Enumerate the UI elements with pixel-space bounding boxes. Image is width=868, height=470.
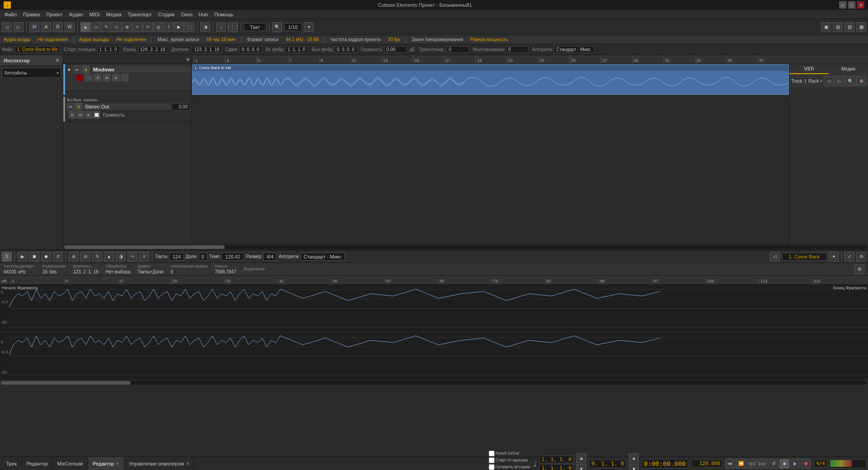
audio-out-label[interactable]: Аудио выходы bbox=[77, 37, 111, 42]
lower-zoom-in[interactable]: ⊕ bbox=[69, 252, 79, 262]
not-connected-1[interactable]: Не подключен bbox=[36, 37, 70, 42]
mode-w[interactable]: W bbox=[65, 22, 75, 32]
bus-mute-button[interactable]: M bbox=[67, 103, 74, 110]
track-mute-button[interactable]: M bbox=[73, 66, 80, 73]
media-tab[interactable]: Медиа bbox=[829, 64, 868, 74]
bus-w-btn[interactable]: W bbox=[77, 111, 84, 118]
lower-loop[interactable]: ↺ bbox=[53, 252, 63, 262]
lower-expand[interactable]: ⤢ bbox=[844, 252, 854, 262]
inspector-close[interactable]: ✕ bbox=[56, 58, 59, 63]
sub-value[interactable]: 0 bbox=[198, 253, 208, 261]
lower-scrollbar[interactable] bbox=[0, 380, 868, 385]
rp-search[interactable]: 🔍 bbox=[845, 76, 855, 86]
tool-color[interactable]: ⬛ bbox=[184, 22, 194, 32]
track-freeze-button[interactable]: ❄ bbox=[103, 74, 110, 81]
lower-next-clip[interactable]: ▾ bbox=[829, 252, 839, 262]
lower-tool-pencil[interactable]: ✎ bbox=[92, 252, 102, 262]
pos-display-2[interactable]: 1. 1. 1. 0 bbox=[539, 464, 574, 470]
tool-pencil[interactable]: ✎ bbox=[101, 22, 111, 32]
lower-waveform-area[interactable]: dB 1 9 17 25 33 41 49 57 65 73 81 89 97 … bbox=[0, 276, 868, 385]
loop[interactable]: ↺ bbox=[769, 459, 778, 469]
tool-split[interactable]: ✂ bbox=[143, 22, 153, 32]
mode-m[interactable]: M bbox=[29, 22, 39, 32]
mode-r[interactable]: R bbox=[53, 22, 63, 32]
lower-settings[interactable]: ⚙ bbox=[856, 252, 866, 262]
menu-studio[interactable]: Студия bbox=[155, 11, 177, 18]
lower-prev-clip[interactable]: ◁ bbox=[770, 252, 780, 262]
metronome-button[interactable]: ♩ bbox=[216, 22, 226, 32]
tool-bend[interactable]: ⌇ bbox=[164, 22, 174, 32]
rp-next[interactable]: ▷ bbox=[835, 76, 844, 86]
quantize-display[interactable]: 1/16 bbox=[284, 23, 302, 31]
menu-edit[interactable]: Правка bbox=[20, 11, 42, 18]
shift-value[interactable]: 0. 0. 0. 0 bbox=[240, 46, 262, 53]
bt-up2[interactable]: ▲ bbox=[629, 453, 639, 463]
track-record-button[interactable] bbox=[76, 74, 83, 81]
track-name-mixdown[interactable]: Mixdown bbox=[91, 66, 190, 73]
close-editor-tab[interactable]: ✕ bbox=[116, 461, 119, 466]
track-scrollbar[interactable] bbox=[63, 244, 868, 249]
volume-value[interactable]: 0.00 bbox=[384, 46, 407, 53]
file-value[interactable]: 1. Come Back to Me bbox=[15, 46, 61, 53]
algo-value[interactable]: Стандарт - Микс bbox=[554, 46, 594, 53]
menu-midi[interactable]: MIDI bbox=[86, 11, 102, 18]
bt-down[interactable]: ▼ bbox=[576, 464, 586, 470]
length-value[interactable]: 123. 2. 1. 18 bbox=[192, 46, 222, 53]
track-w2[interactable]: ⬛ bbox=[121, 74, 128, 81]
tool-zoom[interactable]: ⊕ bbox=[122, 22, 132, 32]
stereo-out-volume[interactable]: 0.00 bbox=[172, 103, 190, 110]
lower-tool-select[interactable]: ▲ bbox=[104, 252, 114, 262]
end-value[interactable]: 124. 3. 2. 18 bbox=[138, 46, 168, 53]
go-back[interactable]: ⏪ bbox=[736, 459, 746, 469]
audio-clip[interactable]: 1. Come Back to Me bbox=[192, 64, 789, 95]
rewind[interactable]: ◁◁ bbox=[747, 459, 757, 469]
track-content-area[interactable]: 1. Come Back to Me bbox=[192, 64, 789, 244]
lower-record[interactable]: ⏺ bbox=[41, 252, 51, 262]
tool-mute[interactable]: × bbox=[132, 22, 142, 32]
tool-glue[interactable]: ◎ bbox=[153, 22, 163, 32]
menu-project[interactable]: Проект bbox=[43, 11, 65, 18]
rp-prev[interactable]: ◁ bbox=[824, 76, 834, 86]
not-connected-2[interactable]: Не подключен bbox=[114, 37, 148, 42]
track-fold-button[interactable]: ▼ bbox=[67, 67, 71, 72]
vsti-tab[interactable]: VSTi bbox=[789, 64, 829, 74]
tab-editor-2[interactable]: Редактор ✕ bbox=[88, 457, 124, 470]
tool-range[interactable]: ▭ bbox=[91, 22, 101, 32]
fast-forward[interactable]: ▷▷ bbox=[758, 459, 768, 469]
lower-stop[interactable]: ⏹ bbox=[29, 252, 39, 262]
lower-play[interactable]: ▶ bbox=[18, 252, 28, 262]
in-value[interactable]: 1. 1. 1. 0 bbox=[285, 46, 308, 53]
lower-channel-1[interactable] bbox=[0, 285, 868, 332]
close-button[interactable]: ✕ bbox=[857, 1, 864, 9]
pos-display-3[interactable]: 9. 1. 1. 0 bbox=[589, 460, 626, 468]
track-solo-button[interactable]: S bbox=[82, 66, 90, 73]
monitor-button[interactable]: ◑ bbox=[200, 22, 210, 32]
menu-file[interactable]: Файл bbox=[2, 11, 19, 18]
lower-clip-name[interactable]: 1. Come Back bbox=[782, 253, 827, 261]
lower-cut[interactable]: ✂ bbox=[127, 252, 137, 262]
tool-play[interactable]: ▶ bbox=[174, 22, 184, 32]
play[interactable]: ▶ bbox=[790, 459, 800, 469]
bt-up[interactable]: ▲ bbox=[576, 453, 586, 463]
bt-down2[interactable]: ▼ bbox=[629, 464, 639, 470]
size-value[interactable]: 4/4 bbox=[263, 253, 277, 261]
bus-link-btn[interactable]: ⬜ bbox=[93, 111, 100, 118]
search-button[interactable]: 🔍 bbox=[272, 22, 282, 32]
track-loop-button[interactable]: ↺ bbox=[94, 74, 101, 81]
tempo-display[interactable]: 120.000 bbox=[691, 460, 722, 467]
menu-help[interactable]: Помощь bbox=[212, 11, 236, 18]
sig-display[interactable]: 4/4 bbox=[814, 460, 827, 467]
tab-mixconsole[interactable]: MixConsole bbox=[53, 457, 88, 470]
tool-select[interactable]: ▲ bbox=[80, 22, 90, 32]
snap-display[interactable]: Такт bbox=[244, 23, 266, 31]
time-display[interactable]: 0:00:00.000 bbox=[642, 459, 688, 468]
hitpoints-input[interactable]: Хитпойнты ▾ bbox=[2, 68, 61, 78]
menu-transport[interactable]: Транспорт bbox=[125, 11, 155, 18]
punch-in-out-checkbox[interactable] bbox=[489, 451, 495, 456]
bus-e-btn[interactable]: E bbox=[85, 111, 92, 118]
lower-channel-2[interactable] bbox=[0, 332, 868, 380]
tempo-value[interactable]: 120.42 bbox=[222, 253, 244, 261]
go-start[interactable]: ⏮ bbox=[725, 459, 735, 469]
stop[interactable]: ■ bbox=[779, 459, 789, 469]
beats-value[interactable]: 124 bbox=[169, 253, 184, 261]
